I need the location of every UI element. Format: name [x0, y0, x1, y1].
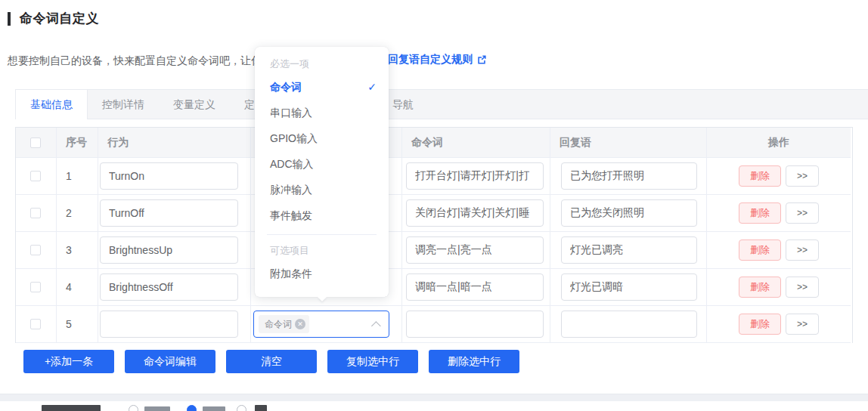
row1-actions-cell: 删除 >> — [707, 158, 851, 195]
dropdown-option-serial-input[interactable]: 串口输入 — [255, 100, 389, 125]
section-gap — [0, 394, 868, 401]
trigger-tag-label: 命令词 — [265, 318, 292, 331]
row4-index: 4 — [57, 269, 98, 306]
row1-command-input[interactable] — [406, 162, 544, 190]
dropdown-divider — [267, 234, 377, 235]
table-row-2: 2 删除 >> — [16, 195, 852, 232]
row4-behavior-cell — [98, 269, 251, 306]
dropdown-option-command-word[interactable]: 命令词 ✓ — [255, 74, 389, 100]
row5-expand-button[interactable]: >> — [786, 314, 819, 335]
row2-behavior-cell — [98, 195, 251, 232]
copy-selected-rows-button[interactable]: 复制选中行 — [327, 350, 418, 373]
title-accent-bar — [8, 12, 11, 26]
add-row-button[interactable]: +添加一条 — [23, 350, 114, 373]
row1-check-cell — [16, 158, 57, 195]
row3-behavior-input[interactable] — [100, 236, 238, 264]
row5-check-cell — [16, 306, 57, 343]
command-table: 序号 行为 命令词 回复语 操作 1 删除 >> 2 — [15, 127, 853, 343]
row3-command-cell — [402, 232, 550, 269]
reply-rules-link[interactable]: 回复语自定义规则 — [388, 53, 487, 66]
row4-expand-button[interactable]: >> — [786, 277, 819, 298]
partial-radio-3[interactable] — [237, 405, 246, 411]
trigger-tag: 命令词 ✕ — [259, 315, 309, 333]
row2-expand-button[interactable]: >> — [786, 202, 819, 224]
row1-checkbox[interactable] — [30, 171, 41, 181]
chevron-up-icon[interactable] — [371, 321, 381, 331]
clear-button[interactable]: 清空 — [226, 350, 317, 373]
row5-behavior-input[interactable] — [100, 311, 238, 338]
header-select-all-cell — [16, 128, 57, 158]
row1-expand-button[interactable]: >> — [786, 165, 819, 187]
tab-control-detail[interactable]: 控制详情 — [88, 90, 159, 120]
partial-radio-2-selected[interactable] — [187, 405, 197, 411]
tab-basic-info[interactable]: 基础信息 — [15, 89, 88, 119]
row2-check-cell — [16, 195, 57, 232]
row3-expand-button[interactable]: >> — [786, 239, 819, 261]
row1-delete-button[interactable]: 删除 — [739, 165, 781, 187]
row1-command-cell — [402, 158, 550, 195]
col-header-behavior: 行为 — [98, 128, 251, 158]
page-title-row: 命令词自定义 — [8, 10, 99, 27]
next-section-partial — [25, 401, 868, 411]
row3-check-cell — [16, 232, 57, 269]
row4-reply-input[interactable] — [561, 273, 697, 301]
row4-check-cell — [16, 269, 57, 306]
trigger-type-dropdown: 必选一项 命令词 ✓ 串口输入 GPIO输入 ADC输入 脉冲输入 事件触发 可… — [255, 47, 389, 297]
row2-behavior-input[interactable] — [100, 199, 238, 227]
row2-delete-button[interactable]: 删除 — [739, 202, 781, 224]
row4-actions-cell: 删除 >> — [707, 269, 851, 306]
delete-selected-rows-button[interactable]: 删除选中行 — [429, 350, 519, 373]
row3-reply-input[interactable] — [561, 236, 697, 264]
dropdown-option-extra-condition[interactable]: 附加条件 — [255, 261, 389, 286]
row1-index: 1 — [57, 158, 98, 195]
row2-command-cell — [402, 195, 550, 232]
row1-behavior-input[interactable] — [100, 162, 238, 190]
row1-reply-cell — [550, 158, 707, 195]
row2-command-input[interactable] — [406, 199, 544, 227]
row3-checkbox[interactable] — [30, 245, 41, 255]
row2-checkbox[interactable] — [30, 208, 41, 218]
dropdown-option-gpio-input[interactable]: GPIO输入 — [255, 125, 389, 151]
tag-remove-icon[interactable]: ✕ — [295, 319, 305, 329]
row4-checkbox[interactable] — [30, 282, 41, 292]
command-word-page: 命令词自定义 想要控制自己的设备，快来配置自定义命令词吧，让你 回复语自定义规则… — [0, 0, 868, 411]
table-row-3: 3 删除 >> — [16, 232, 852, 269]
partial-radio-1[interactable] — [129, 405, 138, 411]
col-header-index: 序号 — [57, 128, 98, 158]
row5-command-input[interactable] — [406, 311, 544, 338]
row3-command-input[interactable] — [406, 236, 544, 264]
row5-delete-button[interactable]: 删除 — [739, 314, 781, 335]
dropdown-option-event-trigger[interactable]: 事件触发 — [255, 202, 389, 228]
table-body: 1 删除 >> 2 删除 >> — [16, 158, 852, 343]
row2-reply-input[interactable] — [561, 199, 697, 227]
row4-behavior-input[interactable] — [100, 273, 238, 301]
reply-rules-link-label: 回复语自定义规则 — [388, 53, 473, 66]
row3-delete-button[interactable]: 删除 — [739, 239, 781, 261]
row5-reply-input[interactable] — [561, 311, 697, 338]
row2-index: 2 — [57, 195, 98, 232]
partial-radio-3-label — [255, 405, 267, 411]
row5-reply-cell — [550, 306, 707, 343]
edit-command-words-button[interactable]: 命令词编辑 — [125, 350, 215, 373]
row1-reply-input[interactable] — [561, 162, 697, 190]
footer-button-bar: +添加一条 命令词编辑 清空 复制选中行 删除选中行 — [23, 350, 519, 373]
row3-behavior-cell — [98, 232, 251, 269]
partial-label — [42, 405, 101, 411]
row4-command-cell — [402, 269, 550, 306]
row5-command-cell — [402, 306, 550, 343]
trigger-type-select[interactable]: 命令词 ✕ — [253, 311, 389, 338]
select-all-checkbox[interactable] — [30, 138, 41, 148]
row4-reply-cell — [550, 269, 707, 306]
row4-command-input[interactable] — [406, 273, 544, 301]
row5-checkbox[interactable] — [30, 319, 41, 329]
page-title: 命令词自定义 — [20, 10, 99, 27]
dropdown-option-adc-input[interactable]: ADC输入 — [255, 151, 389, 177]
col-header-reply: 回复语 — [550, 128, 707, 158]
dropdown-option-pulse-input[interactable]: 脉冲输入 — [255, 177, 389, 202]
tab-bar: 基础信息 控制详情 变量定义 定 导航 — [15, 89, 868, 119]
tab-variable-definition[interactable]: 变量定义 — [159, 90, 230, 120]
row5-index: 5 — [57, 306, 98, 343]
row4-delete-button[interactable]: 删除 — [739, 277, 781, 298]
table-row-4: 4 删除 >> — [16, 269, 852, 306]
row5-actions-cell: 删除 >> — [707, 306, 851, 343]
